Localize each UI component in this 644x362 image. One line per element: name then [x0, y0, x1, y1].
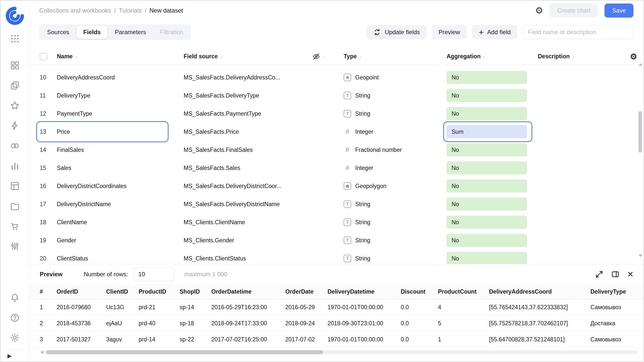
marketplace-cart-icon[interactable] — [7, 218, 23, 234]
table-row[interactable]: 16DeliveryDistrictCoordinatesMS_SalesFac… — [40, 177, 637, 195]
table-row[interactable]: 14FinalSalesMS_SalesFacts.FinalSalesFrac… — [40, 141, 637, 159]
string-type-icon — [344, 237, 351, 244]
add-field-button[interactable]: + Add field — [472, 25, 517, 39]
horizontal-scrollbar[interactable] — [40, 350, 637, 354]
datasets-icon[interactable] — [7, 138, 23, 154]
create-chart-button[interactable]: Create chart — [550, 4, 598, 18]
column-header-description[interactable]: Description ↓ — [531, 53, 622, 60]
field-name[interactable]: Price — [57, 128, 184, 135]
field-type[interactable]: Integer — [337, 164, 447, 172]
field-type[interactable]: String — [337, 110, 447, 117]
aggregation-select[interactable]: Sum — [447, 125, 531, 138]
field-type[interactable]: String — [337, 92, 447, 99]
aggregation-select[interactable]: No — [447, 107, 531, 120]
select-all-checkbox[interactable] — [40, 53, 47, 60]
tab-parameters[interactable]: Parameters — [108, 26, 152, 39]
field-source: MS_Clients.ClientStatus — [184, 255, 312, 262]
split-view-icon[interactable] — [611, 270, 620, 279]
aggregation-select[interactable]: No — [447, 216, 531, 229]
field-name[interactable]: FinalSales — [57, 147, 184, 153]
field-name[interactable]: Sales — [57, 165, 184, 171]
field-type[interactable]: String — [337, 200, 447, 208]
column-header-type[interactable]: Type ↓ — [337, 53, 447, 60]
charts-icon[interactable] — [7, 158, 23, 174]
connections-bolt-icon[interactable] — [7, 118, 23, 134]
field-name[interactable]: PaymentType — [57, 110, 184, 117]
preview-cell: sp-14 — [180, 304, 211, 311]
preview-button[interactable]: Preview — [432, 25, 466, 39]
column-header-source[interactable]: Field source ↓ — [184, 53, 312, 60]
expand-icon[interactable] — [595, 270, 603, 279]
aggregation-select[interactable]: No — [447, 179, 531, 193]
horizontal-scrollbar-thumb[interactable] — [46, 350, 323, 354]
field-type[interactable]: Geopolygon — [337, 182, 447, 190]
table-row[interactable]: 19GenderMS_Clients.GenderStringNo — [40, 231, 637, 249]
vertical-scrollbar[interactable] — [638, 63, 642, 257]
dataset-settings-gear-icon[interactable]: ⚙ — [535, 6, 543, 15]
workbooks-icon[interactable] — [7, 77, 23, 94]
sidebar-collapse-button[interactable]: ▶ — [1, 350, 29, 361]
table-row[interactable]: 12PaymentTypeMS_SalesFacts.PaymentTypeSt… — [40, 105, 637, 123]
save-button[interactable]: Save — [605, 4, 633, 18]
notifications-bell-icon[interactable] — [7, 290, 23, 306]
aggregation-select[interactable]: No — [447, 161, 531, 174]
storage-folder-icon[interactable] — [7, 198, 23, 214]
aggregation-select[interactable]: No — [447, 143, 531, 156]
close-icon[interactable]: × — [627, 270, 633, 279]
breadcrumb-collections[interactable]: Collections and workbooks — [39, 7, 111, 14]
field-name[interactable]: ClientStatus — [57, 255, 184, 262]
collections-icon[interactable] — [7, 57, 23, 73]
field-type-label: Geopoint — [355, 74, 379, 81]
table-row[interactable]: 10DeliveryAddressCoordMS_SalesFacts.Deli… — [40, 68, 637, 86]
dashboards-table-icon[interactable] — [7, 178, 23, 194]
field-name[interactable]: ClientName — [57, 219, 184, 226]
field-name[interactable]: DeliveryAddressCoord — [57, 74, 184, 81]
field-type[interactable]: Geopoint — [337, 74, 447, 81]
table-row[interactable]: 18ClientNameMS_Clients.ClientNameStringN… — [40, 213, 637, 231]
field-type-label: String — [355, 219, 370, 226]
preview-column-header: DeliveryAddressCoord — [489, 288, 590, 295]
scroll-up-arrow-icon[interactable] — [639, 63, 642, 66]
breadcrumb-tutorials[interactable]: Tutorials — [119, 7, 142, 14]
aggregation-select[interactable]: No — [447, 234, 531, 247]
column-header-name[interactable]: Name ↓ — [57, 53, 184, 60]
aggregation-select[interactable]: No — [447, 71, 531, 84]
field-search-input[interactable] — [523, 25, 633, 39]
table-row[interactable]: 15SalesMS_SalesFacts.SalesIntegerNo — [40, 159, 637, 177]
table-row[interactable]: 20ClientStatusMS_Clients.ClientStatusStr… — [40, 249, 637, 264]
aggregation-select[interactable]: No — [447, 252, 531, 264]
field-type[interactable]: Fractional number — [337, 146, 447, 154]
table-row[interactable]: 13PriceMS_SalesFacts.PriceIntegerSum — [40, 123, 637, 141]
field-type[interactable]: String — [337, 237, 447, 244]
aggregation-value: No — [447, 161, 527, 174]
aggregation-select[interactable]: No — [447, 89, 531, 102]
field-name[interactable]: Gender — [57, 237, 184, 244]
rows-count-input[interactable] — [134, 267, 174, 281]
scroll-left-arrow-icon[interactable] — [41, 351, 43, 354]
update-fields-button[interactable]: Update fields — [367, 25, 426, 39]
aggregation-select[interactable]: No — [447, 198, 531, 211]
help-question-icon[interactable] — [7, 310, 23, 326]
field-type[interactable]: Integer — [337, 128, 447, 135]
table-row[interactable]: 11DeliveryTypeMS_SalesFacts.DeliveryType… — [40, 86, 637, 105]
field-type-label: Integer — [355, 165, 373, 171]
header-actions: ⚙ Create chart Save — [535, 4, 633, 18]
field-name[interactable]: DeliveryDistrictCoordinates — [57, 183, 184, 190]
services-sliders-icon[interactable] — [7, 238, 23, 254]
settings-gear-icon-sidebar[interactable] — [7, 330, 23, 346]
vertical-scrollbar-thumb[interactable] — [638, 111, 642, 153]
field-type[interactable]: String — [337, 255, 447, 262]
field-name[interactable]: DeliveryDistrictName — [57, 201, 184, 208]
field-name[interactable]: DeliveryType — [57, 92, 184, 99]
tab-sources[interactable]: Sources — [41, 26, 76, 39]
table-settings-gear-icon[interactable]: ⚙ — [630, 53, 637, 61]
column-header-visibility[interactable]: ↓ — [312, 52, 337, 61]
datalens-logo-icon[interactable] — [5, 6, 25, 26]
apps-grid-icon[interactable] — [7, 31, 23, 47]
favorites-star-icon[interactable] — [7, 98, 23, 114]
column-header-aggregation[interactable]: Aggregation ↓ — [447, 53, 531, 60]
tab-fields[interactable]: Fields — [77, 26, 107, 39]
scroll-down-arrow-icon[interactable] — [639, 255, 642, 257]
table-row[interactable]: 17DeliveryDistrictNameMS_SalesFacts.Deli… — [40, 195, 637, 213]
field-type[interactable]: String — [337, 218, 447, 226]
